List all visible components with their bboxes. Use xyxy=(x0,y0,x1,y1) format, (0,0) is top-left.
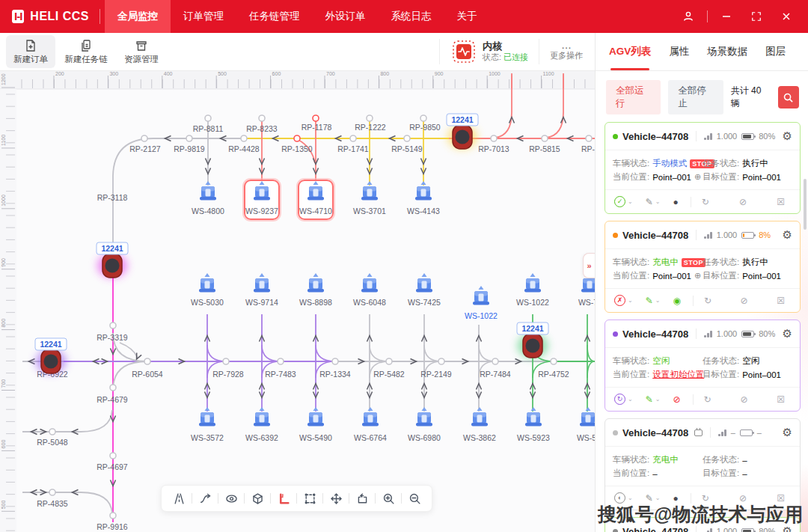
mode-stop-button[interactable]: ✗⌄ xyxy=(614,295,633,306)
route-point-node xyxy=(241,135,247,141)
cube-icon[interactable] xyxy=(245,487,270,510)
rotate-icon[interactable] xyxy=(349,487,375,510)
vehicle-card[interactable]: Vehicle–447081.0008%⚙车辆状态:充电中STOP任务状态:执行… xyxy=(605,221,801,313)
sync-button[interactable]: ↻ xyxy=(704,296,711,305)
secondary-actions: ↻⊘☒ xyxy=(702,198,791,207)
agv-vehicle[interactable]: 12241 xyxy=(517,322,548,358)
vehicle-name: Vehicle–44708 xyxy=(622,131,688,142)
route-point-node xyxy=(144,358,150,364)
brush-button[interactable]: ● xyxy=(673,494,678,503)
agv-vehicle[interactable]: 12241 xyxy=(35,338,67,373)
zoomout-icon[interactable] xyxy=(402,487,427,510)
connect-mode-button[interactable]: ✎⌄ xyxy=(646,198,661,207)
connect-mode-button[interactable]: ✎⌄ xyxy=(646,494,661,503)
map-canvas[interactable]: 2003004005006007008009001000110012001100… xyxy=(0,71,595,532)
nav-item-关于[interactable]: 关于 xyxy=(444,0,490,33)
tab-图层[interactable]: 图层 xyxy=(756,33,795,70)
ban-button[interactable]: ⊘ xyxy=(741,296,748,305)
cancel-button[interactable]: ☒ xyxy=(777,198,785,207)
ban-button[interactable]: ⊘ xyxy=(739,198,747,207)
sync-button[interactable]: ↻ xyxy=(702,198,709,207)
tab-场景数据[interactable]: 场景数据 xyxy=(698,33,756,70)
divider xyxy=(696,131,697,141)
mode-reset-button[interactable]: ↻⌄ xyxy=(614,394,633,405)
road-icon[interactable] xyxy=(166,487,192,510)
vehicle-card[interactable]: Vehicle–447081.00080%⚙车辆状态:空闲任务状态:空闲当前位置… xyxy=(605,319,801,412)
ruler-icon[interactable] xyxy=(271,487,296,510)
route-point-node xyxy=(223,358,229,364)
current-position-value: Point–001 xyxy=(652,272,691,281)
ruler-top-value: 600 xyxy=(272,71,281,76)
connect-mode-button[interactable]: ✎⌄ xyxy=(646,296,661,305)
minimize-icon[interactable] xyxy=(715,6,738,27)
locate-icon[interactable]: ⊕ xyxy=(694,172,701,182)
gear-icon[interactable]: ⚙ xyxy=(783,426,792,439)
agv-vehicle[interactable]: 12241 xyxy=(97,242,128,278)
toolbar-button-资源管理[interactable]: 资源管理 xyxy=(117,35,166,68)
user-icon[interactable] xyxy=(677,6,700,27)
sync-button[interactable]: ↻ xyxy=(704,395,711,404)
vehicle-card[interactable]: Vehicle–447081.00080%⚙车辆状态:手动模式STOP任务状态:… xyxy=(605,122,801,214)
panel-collapse-handle[interactable]: » xyxy=(583,253,595,278)
move-icon[interactable] xyxy=(323,487,349,510)
map-label: RP-9916 xyxy=(97,522,128,531)
locate-pin-button[interactable]: ◉ xyxy=(673,296,680,305)
locate-icon[interactable]: ⊕ xyxy=(694,271,701,281)
kernel-status-value: 已连接 xyxy=(504,52,528,61)
agv-vehicle[interactable]: 12241 xyxy=(447,114,478,149)
vehicle-card[interactable]: Vehicle–44708––⚙车辆状态:充电中任务状态:–当前位置:–目标位置… xyxy=(605,418,801,510)
close-icon[interactable] xyxy=(775,6,798,27)
search-button[interactable] xyxy=(778,86,799,108)
gear-icon[interactable]: ⚙ xyxy=(783,129,792,143)
battery-value: – xyxy=(757,428,762,437)
select-icon[interactable] xyxy=(297,487,322,510)
more-actions-button[interactable]: … 更多操作 xyxy=(539,39,595,64)
filter-all-stopped[interactable]: 全部停止 xyxy=(668,80,723,114)
nav-item-任务链管理[interactable]: 任务链管理 xyxy=(236,0,313,33)
new-chain-icon xyxy=(79,39,93,52)
tab-属性[interactable]: 属性 xyxy=(660,33,698,70)
battery-icon xyxy=(741,232,754,239)
zoomin-icon[interactable] xyxy=(376,487,401,510)
eye-icon[interactable] xyxy=(218,487,244,510)
tab-AGV列表[interactable]: AGV列表 xyxy=(600,33,660,70)
ban-button[interactable]: ⊘ xyxy=(739,494,747,503)
connect-mode-button[interactable]: ✎⌄ xyxy=(646,395,661,404)
divider xyxy=(696,526,697,532)
map-label: RP-4679 xyxy=(97,395,128,404)
toolbar-button-新建任务链[interactable]: 新建任务链 xyxy=(61,35,111,68)
ruler-top-value: 1100 xyxy=(543,71,554,76)
panel-scrollbar[interactable] xyxy=(804,179,807,230)
ban-button[interactable]: ⊘ xyxy=(740,395,747,404)
route-point-node xyxy=(205,115,211,121)
map-svg[interactable]: 2003004005006007008009001000110012001100… xyxy=(0,71,595,532)
signal-icon xyxy=(704,231,712,239)
gear-icon[interactable]: ⚙ xyxy=(783,327,792,340)
map-label: RP-2149 xyxy=(420,370,452,379)
sync-button[interactable]: ↻ xyxy=(702,494,709,503)
locate-off-button[interactable]: ⊘ xyxy=(673,395,680,404)
cancel-button[interactable]: ☒ xyxy=(777,494,785,503)
brush-button[interactable]: ● xyxy=(673,198,678,207)
app-window: I-I HELI CCS 全局监控订单管理任务链管理外设订单系统日志关于 新建订… xyxy=(0,0,808,532)
nav-item-系统日志[interactable]: 系统日志 xyxy=(379,0,444,33)
cancel-button[interactable]: ☒ xyxy=(777,395,785,404)
maximize-icon[interactable] xyxy=(745,6,768,27)
battery-icon xyxy=(740,429,753,436)
vehicle-card-list: Vehicle–447081.00080%⚙车辆状态:手动模式STOP任务状态:… xyxy=(596,119,808,532)
vehicle-card-header: Vehicle–44708––⚙ xyxy=(605,419,800,446)
cancel-button[interactable]: ☒ xyxy=(777,296,785,305)
current-position: 当前位置:Point–001⊕ xyxy=(613,270,703,281)
toolbar-button-新建订单[interactable]: 新建订单 xyxy=(6,35,55,68)
set-initial-position-link[interactable]: 设置初始位置 xyxy=(652,369,704,380)
nav-item-外设订单[interactable]: 外设订单 xyxy=(313,0,379,33)
current-position: 当前位置:设置初始位置 xyxy=(613,369,703,380)
route-icon[interactable] xyxy=(192,487,218,510)
gear-icon[interactable]: ⚙ xyxy=(783,228,792,242)
sync-icon: ↻ xyxy=(704,395,711,404)
position-row: 当前位置:Point–001⊕目标位置:Point–001 xyxy=(613,270,792,281)
nav-item-订单管理[interactable]: 订单管理 xyxy=(171,0,236,33)
nav-item-全局监控[interactable]: 全局监控 xyxy=(105,0,171,33)
filter-all-running[interactable]: 全部运行 xyxy=(606,80,661,114)
mode-confirm-button[interactable]: ✓⌄ xyxy=(614,196,633,207)
